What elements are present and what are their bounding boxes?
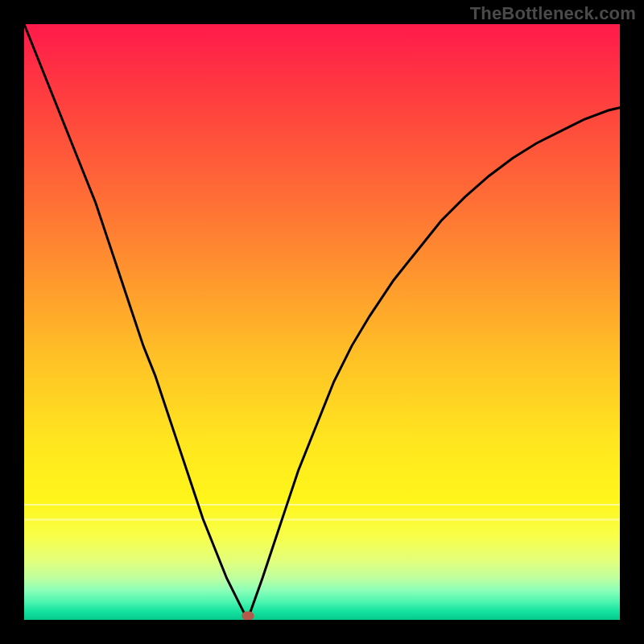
chart-frame: TheBottleneck.com [0, 0, 644, 644]
plot-area [24, 24, 620, 620]
minimum-marker [242, 612, 254, 621]
attribution-label: TheBottleneck.com [470, 3, 636, 24]
bottleneck-curve [24, 24, 620, 620]
